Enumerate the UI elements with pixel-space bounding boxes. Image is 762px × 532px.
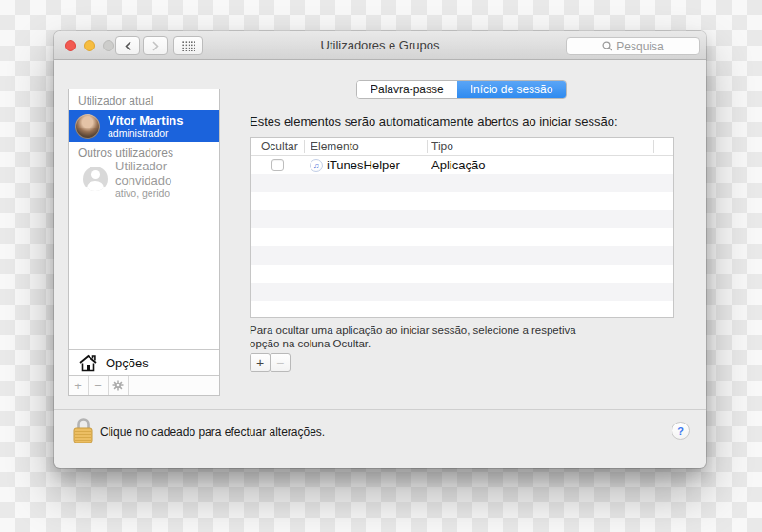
search-placeholder: Pesquisa	[616, 40, 663, 53]
add-user-button[interactable]: +	[69, 376, 89, 395]
guest-user-name: Utilizador convidado	[115, 159, 219, 187]
tab-inicio-de-sessao[interactable]: Início de sessão	[457, 81, 567, 98]
sidebar-toolbar: + −	[69, 375, 219, 395]
add-login-item-button[interactable]: +	[250, 353, 271, 372]
login-items-heading: Estes elementos serão automaticamente ab…	[250, 114, 618, 128]
hide-checkbox[interactable]	[271, 159, 284, 171]
lock-instructions: Clique no cadeado para efectuar alteraçõ…	[100, 425, 325, 439]
gear-icon	[112, 380, 124, 391]
options-label: Opções	[106, 356, 149, 370]
column-divider	[427, 140, 428, 153]
house-icon	[78, 354, 98, 372]
login-options-button[interactable]: Opções	[69, 349, 219, 375]
empty-row	[251, 301, 673, 319]
help-button[interactable]: ?	[672, 422, 690, 440]
tab-bar: Palavra-passe Início de sessão	[356, 80, 567, 99]
column-header-tipo[interactable]: Tipo	[431, 138, 453, 156]
remove-user-button[interactable]: −	[89, 376, 109, 395]
search-icon	[602, 41, 612, 51]
current-user-name: Vítor Martins	[108, 113, 183, 128]
sidebar-spacer	[69, 195, 219, 349]
login-items-controls: + −	[250, 353, 291, 372]
search-input[interactable]: Pesquisa	[566, 37, 700, 55]
empty-row	[251, 246, 673, 265]
guest-avatar-icon	[83, 167, 108, 191]
column-header-elemento[interactable]: Elemento	[311, 138, 359, 156]
login-items-table: Ocultar Elemento Tipo ♫ iTunesHelper Apl…	[250, 137, 674, 318]
footer-divider	[54, 409, 706, 410]
current-user-role: administrador	[108, 128, 183, 139]
lock-icon[interactable]	[72, 416, 94, 448]
users-groups-window: Utilizadores e Grupos Pesquisa Palavra-p…	[54, 31, 706, 468]
user-list-sidebar: Utilizador atual Vítor Martins administr…	[68, 89, 220, 396]
table-row[interactable]: ♫ iTunesHelper Aplicação	[251, 156, 673, 174]
note-line-1: Para ocultar uma aplicação ao iniciar se…	[250, 324, 576, 337]
user-actions-button[interactable]	[109, 376, 129, 395]
column-divider	[653, 140, 654, 153]
current-user-header: Utilizador atual	[69, 89, 219, 110]
sidebar-item-guest-user[interactable]: Utilizador convidado ativo, gerido	[69, 163, 219, 195]
empty-row	[251, 228, 673, 246]
remove-login-item-button[interactable]: −	[270, 353, 291, 372]
empty-row	[251, 265, 673, 283]
note-line-2: opção na coluna Ocultar.	[250, 337, 576, 350]
empty-row	[251, 174, 673, 192]
empty-row	[251, 283, 673, 301]
user-avatar	[75, 114, 100, 139]
column-divider	[304, 140, 305, 153]
type-cell: Aplicação	[431, 156, 485, 174]
transparent-checkerboard-background: Utilizadores e Grupos Pesquisa Palavra-p…	[0, 0, 762, 532]
empty-row	[251, 210, 673, 228]
itunes-app-icon: ♫	[310, 159, 323, 172]
hide-instructions-note: Para ocultar uma aplicação ao iniciar se…	[250, 324, 576, 350]
sidebar-item-current-user[interactable]: Vítor Martins administrador	[69, 110, 219, 142]
element-cell: iTunesHelper	[327, 156, 400, 174]
empty-row	[251, 192, 673, 210]
table-header: Ocultar Elemento Tipo	[251, 138, 673, 156]
tab-palavra-passe[interactable]: Palavra-passe	[357, 81, 457, 98]
column-header-ocultar[interactable]: Ocultar	[261, 138, 298, 156]
titlebar: Utilizadores e Grupos Pesquisa	[54, 31, 706, 60]
